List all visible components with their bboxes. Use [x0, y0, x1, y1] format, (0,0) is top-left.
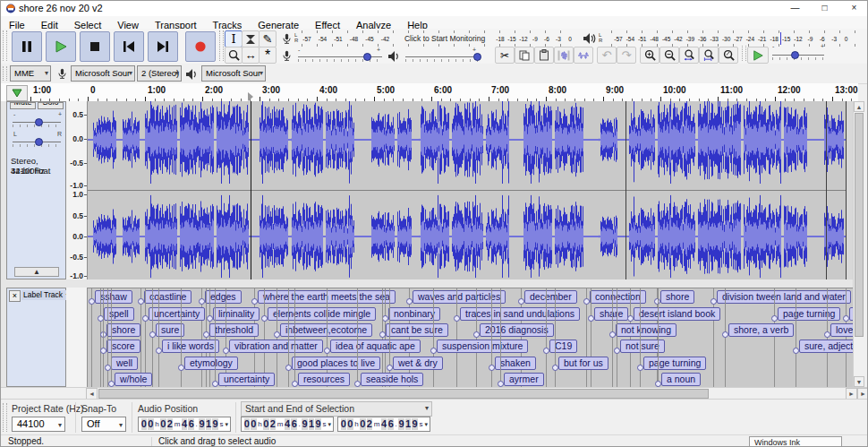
zoom-toggle-button[interactable] [719, 47, 738, 64]
label-handle-icon[interactable] [454, 315, 460, 322]
time-digit[interactable]: 6 [291, 418, 297, 430]
pause-button[interactable] [12, 31, 42, 62]
label-handle-icon[interactable] [588, 315, 594, 322]
label-handle-icon[interactable] [843, 315, 849, 322]
draw-tool-button[interactable]: ✎ [259, 30, 277, 47]
time-digit[interactable]: 6 [387, 418, 394, 430]
clip-boundary[interactable] [625, 101, 626, 279]
label-pill[interactable]: spell [104, 307, 134, 321]
slider-thumb[interactable] [35, 138, 43, 146]
label-handle-icon[interactable] [824, 331, 830, 338]
clip-boundary[interactable] [826, 101, 827, 279]
slider-thumb[interactable] [35, 118, 43, 126]
track-collapse-button[interactable]: ▲ [14, 267, 59, 277]
label-pill[interactable]: december [524, 290, 577, 304]
skip-to-end-button[interactable] [148, 31, 178, 62]
label-handle-icon[interactable] [203, 331, 209, 338]
timeline-ruler[interactable]: 1:0001:002:003:004:005:006:007:008:009:0… [1, 83, 858, 102]
time-digit[interactable]: 1 [405, 418, 412, 430]
vertical-scale-ruler[interactable]: 0.50.0-0.5-1.01.00.50.0-0.5-1.0 [66, 101, 88, 279]
time-digit[interactable]: 0 [141, 418, 148, 430]
record-meter-mic-icon[interactable] [281, 32, 293, 46]
track-control-panel[interactable]: Mute Solo - + L R Stereo, 44100Hz 32-bit… [6, 101, 66, 279]
label-handle-icon[interactable] [354, 381, 361, 387]
label-pill[interactable]: elements collide mingle [268, 307, 376, 321]
record-button[interactable] [185, 31, 216, 62]
selection-tool-button[interactable]: I [225, 30, 243, 47]
label-handle-icon[interactable] [285, 365, 292, 371]
time-digit[interactable]: 4 [182, 418, 188, 430]
label-handle-icon[interactable] [518, 298, 524, 305]
label-track-title[interactable]: Label Track ▼ [21, 290, 66, 300]
label-handle-icon[interactable] [379, 331, 386, 338]
label-handle-icon[interactable] [156, 348, 162, 354]
label-track-close-button[interactable]: × [9, 290, 21, 302]
time-digit[interactable]: 1 [309, 418, 315, 430]
time-digit[interactable]: 9 [302, 418, 308, 430]
label-pill[interactable]: shore, a verb [728, 323, 794, 337]
label-pill[interactable]: well [111, 357, 138, 370]
toolbar-grip[interactable] [3, 403, 7, 432]
label-pill[interactable]: idea of aquatic ape [330, 340, 421, 353]
label-handle-icon[interactable] [498, 381, 504, 387]
label-handle-icon[interactable] [261, 315, 268, 322]
scroll-down-button[interactable]: ▼ [854, 376, 864, 387]
timeline-pin-button[interactable] [6, 85, 28, 101]
label-handle-icon[interactable] [627, 315, 634, 322]
label-handle-icon[interactable] [430, 348, 437, 354]
toolbar-grip[interactable] [219, 30, 224, 61]
label-pill[interactable]: connection [590, 290, 646, 304]
time-digit[interactable]: 9 [199, 418, 205, 430]
scroll-up-button[interactable]: ▲ [854, 101, 864, 112]
horizontal-scroll-thumb[interactable] [98, 389, 709, 399]
label-pill[interactable]: sure, adjective [799, 340, 858, 353]
recording-meter[interactable]: -57-54-51-48-45-42Click to Start Monitor… [302, 30, 572, 47]
label-handle-icon[interactable] [793, 348, 799, 354]
label-pill[interactable]: good places to live [292, 357, 380, 370]
label-handle-icon[interactable] [711, 298, 717, 305]
label-handle-icon[interactable] [406, 298, 413, 305]
label-pill[interactable]: ayrmer [504, 373, 544, 386]
label-handle-icon[interactable] [771, 315, 778, 322]
label-handle-icon[interactable] [552, 365, 558, 371]
stop-button[interactable] [80, 31, 110, 62]
vertical-scrollbar[interactable]: ▲ ▼ [853, 101, 864, 387]
label-pill[interactable]: division tween land and water [717, 290, 851, 304]
time-digit[interactable]: 0 [341, 418, 347, 430]
undo-button[interactable]: ↶ [597, 47, 617, 64]
time-digit[interactable]: 9 [212, 418, 218, 430]
monitor-prompt[interactable]: Click to Start Monitoring [404, 34, 485, 43]
label-handle-icon[interactable] [637, 365, 643, 371]
label-pill[interactable]: resources [298, 373, 350, 386]
selection-mode-select[interactable]: Start and End of Selection ▾ [241, 401, 432, 417]
selection-end-field[interactable]: 00h02m46.919s▾ [337, 417, 430, 432]
label-handle-icon[interactable] [583, 298, 590, 305]
zoom-out-button[interactable] [660, 47, 679, 64]
time-digit[interactable]: 2 [167, 418, 174, 430]
label-pill[interactable]: page turning [643, 357, 706, 370]
label-handle-icon[interactable] [207, 315, 213, 322]
label-handle-icon[interactable] [142, 315, 149, 322]
label-pill[interactable]: uncertainty [218, 373, 275, 386]
snap-to-select[interactable]: Off▾ [81, 417, 126, 432]
label-pill[interactable]: shore [660, 290, 694, 304]
label-pill[interactable]: w/hole [115, 373, 152, 386]
time-digit[interactable]: 2 [367, 418, 373, 430]
time-digit[interactable]: 2 [270, 418, 277, 430]
slider-thumb[interactable] [473, 53, 481, 61]
label-track-content[interactable]: sshawcoastlineedgeswhere the earth meets… [88, 288, 858, 388]
label-handle-icon[interactable] [655, 381, 661, 387]
zoom-in-button[interactable] [640, 47, 660, 64]
mute-button[interactable]: Mute [10, 102, 36, 109]
close-button[interactable]: × [839, 1, 868, 16]
clip-boundary[interactable] [846, 101, 847, 279]
time-digit[interactable]: 1 [206, 418, 212, 430]
playback-device-select[interactable]: Microsoft Sour▾ [201, 65, 266, 82]
label-pill[interactable]: C19 [549, 340, 577, 353]
label-pill[interactable]: threshold [209, 323, 259, 337]
label-handle-icon[interactable] [274, 331, 280, 338]
label-pill[interactable]: etymology [184, 357, 238, 370]
label-handle-icon[interactable] [212, 381, 218, 387]
label-track-panel[interactable]: × Label Track ▼ [6, 288, 66, 387]
label-handle-icon[interactable] [100, 348, 106, 354]
